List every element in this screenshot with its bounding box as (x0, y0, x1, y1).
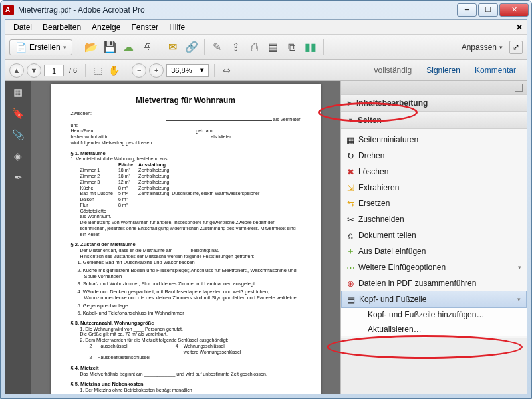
page-number-input[interactable]: 1 (44, 65, 64, 76)
zoom-value: 36,8% (167, 66, 196, 74)
form-icon[interactable]: ▤ (266, 40, 281, 55)
chevron-down-icon: ▼ (348, 117, 354, 124)
rotate-icon: ↻ (345, 150, 356, 161)
chevron-down-icon: ▾ (518, 264, 521, 271)
tools-panel: ▶ Inhaltsbearbeitung ▼ Seiten ▦Seitenmin… (340, 81, 527, 394)
rooms-table: FlächeAusstattung Zimmer 118 m²Zentralhe… (80, 162, 265, 215)
create-label: Erstellen (29, 43, 61, 52)
nav-toolbar: ▲ ▼ 1 / 6 ⬚ ✋ − + 36,8% ▾ ⇔ vollständig … (5, 60, 527, 81)
kopf-fuss-submenu: Kopf- und Fußzeile hinzufügen… Aktualisi… (341, 307, 527, 336)
thumbnails-icon[interactable]: ▦ (12, 86, 24, 98)
layers-icon[interactable]: ◈ (12, 150, 24, 162)
extract-icon: ⇲ (345, 182, 356, 193)
section-label: Inhaltsbearbeitung (356, 98, 428, 108)
sub-hinzufuegen[interactable]: Kopf- und Fußzeile hinzufügen… (341, 307, 527, 322)
panel-options-icon[interactable] (515, 84, 523, 92)
insert-file-icon: ＋ (345, 246, 356, 257)
seiten-body: ▦Seitenminiaturen ↻Drehen ✖Löschen ⇲Extr… (341, 129, 527, 338)
pdf-page: Mietvertrag für Wohnraum Zwischen: als V… (51, 84, 321, 394)
chevron-down-icon: ▾ (499, 44, 503, 51)
app-icon (3, 5, 14, 15)
window-titlebar: Mietvertrag.pdf - Adobe Acrobat Pro ━ ☐ … (1, 1, 531, 19)
item-ersetzen[interactable]: ⇆Ersetzen (341, 196, 527, 211)
mail-icon[interactable]: ✉ (166, 40, 180, 55)
chevron-down-icon: ▾ (517, 296, 521, 303)
tools-panel-header (341, 81, 527, 94)
combine-icon: ⊕ (345, 278, 356, 289)
item-zuschneiden[interactable]: ✂Zuschneiden (341, 211, 527, 227)
close-doc-button[interactable]: ✕ (512, 23, 527, 32)
bookmarks-icon[interactable]: 🔖 (12, 108, 24, 120)
create-pdf-icon: 📄 (15, 42, 27, 53)
hand-tool-icon[interactable]: ✋ (107, 64, 120, 77)
share-icon[interactable]: 🔗 (184, 40, 199, 55)
maximize-button[interactable]: ☐ (478, 3, 498, 17)
pages-icon: ▦ (345, 134, 356, 145)
main-toolbar: 📄 Erstellen ▾ 📂 💾 ☁ 🖨 ✉ 🔗 ✎ ⇪ ⎙ ▤ ⧉ ▮▮ A… (5, 35, 527, 60)
zoom-out-button[interactable]: − (132, 63, 146, 78)
selection-tool-icon[interactable]: ⬚ (91, 64, 104, 77)
sub-aktualisieren[interactable]: Aktualisieren… (341, 322, 527, 336)
open-icon[interactable]: 📂 (84, 40, 98, 55)
more-insert-icon: ⋯ (345, 262, 356, 273)
replace-icon: ⇆ (345, 198, 356, 209)
fullscreen-icon[interactable]: ⤢ (509, 41, 523, 54)
close-button[interactable]: ✕ (499, 3, 529, 17)
next-page-button[interactable]: ▼ (27, 63, 41, 78)
chevron-down-icon: ▾ (196, 66, 208, 74)
create-button[interactable]: 📄 Erstellen ▾ (9, 39, 72, 55)
signatures-icon[interactable]: ✒ (12, 172, 24, 184)
header-footer-icon: ▤ (346, 294, 356, 305)
fit-width-icon[interactable]: ⇔ (220, 64, 233, 77)
attachments-icon[interactable]: 📎 (12, 129, 24, 141)
section-inhaltsbearbeitung[interactable]: ▶ Inhaltsbearbeitung (341, 94, 527, 112)
minimize-button[interactable]: ━ (457, 3, 477, 17)
chevron-down-icon: ▾ (63, 44, 66, 51)
crop-icon: ✂ (345, 214, 356, 225)
item-zusammenfuehren[interactable]: ⊕Dateien in PDF zusammenführen (341, 275, 527, 291)
item-loeschen[interactable]: ✖Löschen (341, 164, 527, 180)
tab-kommentar[interactable]: Kommentar (468, 63, 523, 78)
doc-title: Mietvertrag für Wohnraum (71, 96, 301, 106)
menu-datei[interactable]: Datei (8, 23, 37, 32)
navigation-rail: ▦ 🔖 📎 ◈ ✒ (5, 81, 31, 394)
customize-label: Anpassen (462, 43, 497, 52)
edit-icon[interactable]: ✎ (210, 40, 225, 55)
secure-icon[interactable]: ▮▮ (303, 40, 318, 55)
tab-signieren[interactable]: Signieren (420, 63, 467, 78)
delete-icon: ✖ (345, 166, 356, 177)
tab-vollstaendig[interactable]: vollständig (368, 63, 419, 78)
print-icon[interactable]: 🖨 (140, 40, 154, 55)
menu-hilfe[interactable]: Hilfe (164, 23, 190, 32)
menu-fenster[interactable]: Fenster (126, 23, 164, 32)
section-seiten[interactable]: ▼ Seiten (341, 112, 527, 129)
save-icon[interactable]: 💾 (102, 40, 117, 55)
copy-icon[interactable]: ⧉ (285, 40, 299, 55)
window-title: Mietvertrag.pdf - Adobe Acrobat Pro (18, 5, 457, 15)
item-kopf-fusszeile[interactable]: ▤Kopf- und Fußzeile▾ (341, 291, 527, 308)
item-seitenminiaturen[interactable]: ▦Seitenminiaturen (341, 132, 527, 148)
split-icon: ⎌ (345, 230, 356, 241)
item-dokument-teilen[interactable]: ⎌Dokument teilen (341, 227, 527, 243)
prev-page-button[interactable]: ▲ (9, 63, 24, 78)
document-viewport[interactable]: Mietvertrag für Wohnraum Zwischen: als V… (31, 81, 340, 394)
item-weitere-einfuege[interactable]: ⋯Weitere Einfügeoptionen▾ (341, 259, 527, 275)
chevron-right-icon: ▶ (348, 100, 352, 106)
cloud-icon[interactable]: ☁ (121, 40, 136, 55)
item-aus-datei[interactable]: ＋Aus Datei einfügen (341, 243, 527, 259)
customize-button[interactable]: Anpassen ▾ (462, 43, 503, 52)
menu-bearbeiten[interactable]: Bearbeiten (37, 23, 86, 32)
menubar: Datei Bearbeiten Anzeige Fenster Hilfe ✕ (5, 20, 527, 35)
stamp-icon[interactable]: ⎙ (247, 40, 262, 55)
menu-anzeige[interactable]: Anzeige (86, 23, 126, 32)
item-drehen[interactable]: ↻Drehen (341, 148, 527, 164)
page-total-label: / 6 (66, 66, 80, 74)
zoom-combo[interactable]: 36,8% ▾ (166, 64, 209, 77)
export-icon[interactable]: ⇪ (229, 40, 243, 55)
section-label: Seiten (358, 116, 382, 125)
item-extrahieren[interactable]: ⇲Extrahieren (341, 180, 527, 196)
zoom-in-button[interactable]: + (149, 63, 164, 78)
